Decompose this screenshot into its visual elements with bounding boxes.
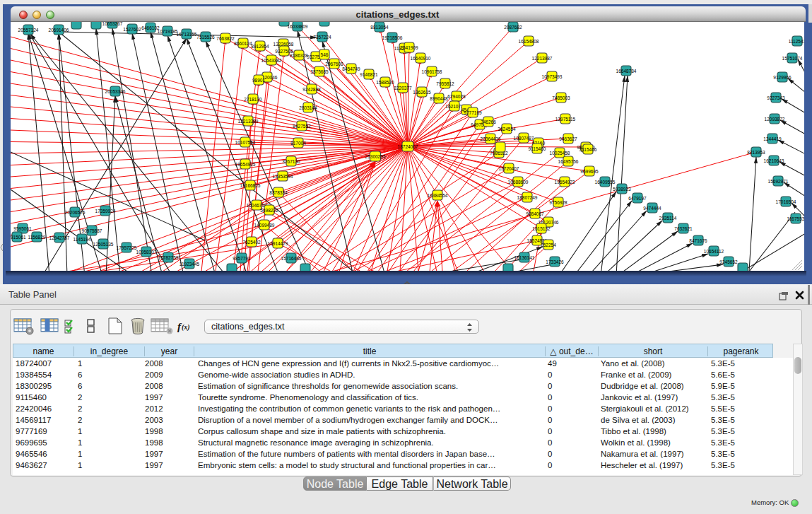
svg-text:10688609: 10688609	[508, 180, 529, 185]
svg-text:9857791: 9857791	[233, 256, 251, 261]
svg-text:2803144: 2803144	[299, 105, 317, 110]
svg-text:2935114: 2935114	[659, 216, 677, 221]
svg-text:2541909: 2541909	[400, 45, 418, 50]
svg-text:8990448: 8990448	[430, 96, 448, 101]
svg-text:16914479: 16914479	[268, 241, 288, 246]
svg-text:5498222: 5498222	[260, 208, 278, 213]
svg-text:10958107: 10958107	[136, 250, 157, 255]
svg-text:16210643: 16210643	[764, 158, 784, 163]
svg-text:10961758: 10961758	[422, 69, 442, 74]
svg-text:98901: 98901	[252, 78, 265, 83]
svg-text:7515526: 7515526	[196, 35, 215, 40]
svg-text:9115460: 9115460	[529, 146, 546, 151]
svg-text:546: 546	[321, 52, 329, 57]
svg-text:16713155: 16713155	[177, 32, 197, 37]
svg-text:817004: 817004	[290, 141, 306, 146]
svg-text:7663822: 7663822	[216, 36, 235, 41]
svg-text:18807249: 18807249	[517, 195, 538, 200]
svg-text:8427552: 8427552	[293, 124, 311, 129]
svg-text:19654925: 19654925	[235, 162, 256, 167]
svg-text:8213953: 8213953	[747, 150, 765, 155]
svg-text:7955812: 7955812	[436, 81, 454, 86]
svg-text:6794028: 6794028	[447, 94, 466, 99]
svg-text:9463627: 9463627	[559, 136, 577, 141]
svg-text:8220377: 8220377	[394, 86, 412, 90]
svg-text:9084067: 9084067	[526, 211, 544, 216]
svg-text:12975115: 12975115	[555, 117, 576, 122]
svg-text:9129966: 9129966	[773, 75, 792, 80]
svg-text:16495756: 16495756	[558, 159, 579, 164]
svg-text:16648784: 16648784	[616, 69, 637, 74]
svg-text:8660124: 8660124	[234, 41, 252, 46]
svg-text:90975887: 90975887	[82, 228, 102, 233]
svg-text:1244419: 1244419	[763, 136, 782, 141]
svg-text:(x): (x)	[182, 323, 190, 332]
svg-text:12942757: 12942757	[49, 235, 70, 240]
svg-text:17957225: 17957225	[117, 245, 137, 250]
svg-text:2718170: 2718170	[244, 97, 262, 102]
svg-text:9699695: 9699695	[580, 169, 599, 174]
svg-text:10807487: 10807487	[514, 136, 534, 141]
svg-text:1733426: 1733426	[546, 259, 564, 264]
svg-text:10973493: 10973493	[542, 74, 563, 79]
svg-text:12213389: 12213389	[238, 119, 259, 124]
svg-text:25300255: 25300255	[365, 154, 386, 159]
svg-text:15751074: 15751074	[782, 56, 803, 61]
svg-text:9777169: 9777169	[464, 110, 482, 115]
svg-text:1588520: 1588520	[376, 80, 394, 85]
svg-text:8813054: 8813054	[370, 25, 389, 30]
svg-text:1167553: 1167553	[787, 216, 804, 221]
svg-text:18724007: 18724007	[398, 144, 418, 149]
svg-text:1362615: 1362615	[413, 90, 431, 95]
svg-text:16154808: 16154808	[519, 39, 539, 44]
svg-text:16046758: 16046758	[247, 203, 267, 208]
svg-text:7625402: 7625402	[242, 240, 261, 245]
svg-text:9146821: 9146821	[360, 72, 378, 77]
svg-text:10025458: 10025458	[550, 151, 570, 156]
svg-text:8186328: 8186328	[290, 53, 308, 58]
svg-text:8471676: 8471676	[689, 238, 707, 243]
svg-text:7485003: 7485003	[552, 95, 570, 100]
svg-text:16782759: 16782759	[158, 255, 179, 260]
svg-text:15720407: 15720407	[499, 166, 519, 171]
svg-text:20691406: 20691406	[49, 28, 69, 33]
svg-text:16136141: 16136141	[514, 255, 535, 260]
svg-text:7357224: 7357224	[313, 35, 331, 40]
svg-text:17016504: 17016504	[776, 199, 796, 204]
svg-text:1145194: 1145194	[73, 237, 91, 242]
svg-text:15716485: 15716485	[281, 256, 302, 261]
svg-text:20557124: 20557124	[18, 28, 39, 33]
svg-text:8454749: 8454749	[342, 66, 360, 71]
svg-text:14099489: 14099489	[254, 223, 275, 228]
svg-text:8878334: 8878334	[269, 190, 288, 195]
svg-text:20053346: 20053346	[105, 89, 126, 94]
svg-text:19654923: 19654923	[555, 180, 575, 185]
svg-text:3115466: 3115466	[579, 147, 597, 152]
svg-text:1615132: 1615132	[532, 226, 551, 231]
svg-text:6479197: 6479197	[628, 196, 647, 201]
svg-text:10719185: 10719185	[158, 29, 178, 34]
svg-text:10543382: 10543382	[261, 58, 282, 63]
svg-text:16033809: 16033809	[288, 24, 308, 29]
svg-text:20206576: 20206576	[65, 210, 86, 215]
svg-text:19166825: 19166825	[240, 183, 261, 188]
svg-text:11923445: 11923445	[180, 262, 200, 267]
svg-text:9474444: 9474444	[643, 206, 661, 211]
svg-text:19218506: 19218506	[382, 35, 403, 40]
svg-text:9242848: 9242848	[302, 87, 321, 92]
svg-text:12093872: 12093872	[765, 117, 785, 122]
svg-text:3915061: 3915061	[11, 235, 26, 240]
svg-text:1112541: 1112541	[789, 39, 804, 44]
svg-text:1156829: 1156829	[28, 235, 46, 240]
svg-text:1527602: 1527602	[123, 27, 141, 32]
svg-text:5938923: 5938923	[613, 187, 631, 192]
svg-text:9756928: 9756928	[549, 200, 567, 205]
svg-text:252254: 252254	[541, 243, 556, 247]
svg-text:9595061: 9595061	[13, 226, 32, 231]
svg-text:17359924: 17359924	[95, 209, 116, 214]
svg-text:2967608: 2967608	[325, 62, 343, 66]
svg-text:3875685: 3875685	[310, 69, 329, 74]
svg-text:15692971: 15692971	[768, 179, 789, 184]
svg-text:10653267: 10653267	[102, 22, 123, 26]
svg-text:9245652: 9245652	[719, 259, 738, 264]
